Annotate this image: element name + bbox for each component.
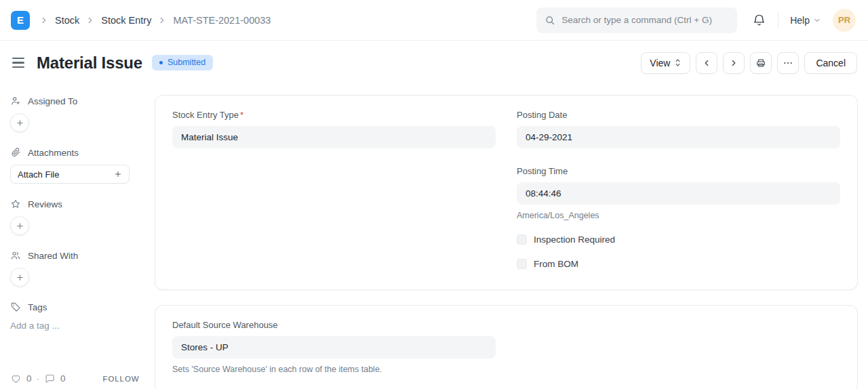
page-title: Material Issue [37,54,142,73]
status-badge-label: Submitted [167,58,205,67]
inspection-required-checkbox[interactable]: Inspection Required [517,234,840,245]
navbar-right: Help PR [752,9,856,32]
breadcrumb-current-doc: MAT-STE-2021-00033 [173,15,271,26]
app-logo-letter: E [17,14,24,26]
like-count[interactable]: 0 [26,373,32,384]
sidebar-toggle-icon[interactable] [11,55,26,70]
shared-with-label: Shared With [28,251,78,261]
view-button[interactable]: View [641,52,690,74]
content: Assigned To Attachments Attach File Revi… [0,85,868,389]
form-column-left: Stock Entry Type* [172,110,496,269]
share-button[interactable] [10,268,29,287]
user-avatar[interactable]: PR [833,9,856,32]
form-body: Stock Entry Type* Posting Date Posting T… [155,85,868,389]
form-section-details: Stock Entry Type* Posting Date Posting T… [155,95,858,290]
inspection-required-label: Inspection Required [534,234,615,245]
tags-label: Tags [28,302,47,312]
default-source-warehouse-field: Default Source Warehouse Sets 'Source Wa… [172,320,496,374]
checkbox-icon [517,259,527,269]
comment-icon[interactable] [44,373,56,384]
plus-icon [114,170,122,178]
divider [778,13,778,28]
menu-ellipsis-button[interactable] [777,52,799,74]
select-arrows-icon [674,58,682,67]
chevron-right-icon [39,16,49,25]
breadcrumb-stock[interactable]: Stock [55,15,79,26]
form-section-warehouse: Default Source Warehouse Sets 'Source Wa… [155,305,858,389]
chevron-right-icon [85,16,95,25]
dot-separator: · [37,373,40,384]
form-sidebar: Assigned To Attachments Attach File Revi… [0,85,155,389]
add-assignment-button[interactable] [10,113,29,132]
shared-with-section: Shared With [10,250,141,261]
tags-section: Tags [10,302,141,312]
printer-icon [755,58,766,68]
page-head: Material Issue Submitted View [0,41,868,85]
reviews-label: Reviews [28,199,62,209]
users-icon [10,250,21,261]
chevron-right-icon [729,58,738,68]
posting-date-label: Posting Date [517,110,840,120]
view-button-label: View [650,58,670,68]
notifications-bell-icon[interactable] [752,13,766,27]
chevron-right-icon [157,16,167,25]
timezone-help-text: America/Los_Angeles [517,211,840,220]
navbar: E Stock Stock Entry MAT-STE-2021-00033 H… [0,0,868,41]
help-label: Help [790,15,810,26]
chevron-left-icon [702,58,711,68]
user-plus-icon [10,96,21,106]
required-asterisk: * [240,110,243,120]
comment-count[interactable]: 0 [60,373,66,384]
add-tag-input[interactable]: Add a tag ... [10,321,141,331]
cancel-button-label: Cancel [816,58,846,68]
default-source-warehouse-input[interactable] [172,336,496,359]
breadcrumb: Stock Stock Entry MAT-STE-2021-00033 [39,15,271,26]
posting-date-input[interactable] [517,126,840,148]
from-bom-checkbox[interactable]: From BOM [517,259,840,269]
search-input[interactable] [561,15,729,25]
follow-button[interactable]: FOLLOW [103,375,140,383]
app-logo[interactable]: E [11,11,30,30]
sidebar-footer: 0 · 0 FOLLOW [10,373,141,384]
checkbox-icon [517,234,527,245]
print-button[interactable] [750,52,772,74]
stock-entry-type-label: Stock Entry Type [172,110,239,120]
posting-time-input[interactable] [517,182,840,205]
ellipsis-icon [783,58,793,68]
attachments-label: Attachments [28,148,79,158]
form-column-right: Posting Date Posting Time America/Los_An… [517,110,840,269]
add-review-button[interactable] [10,216,29,235]
attach-file-label: Attach File [18,169,59,180]
posting-time-field: Posting Time America/Los_Angeles [517,166,840,220]
previous-document-button[interactable] [696,52,717,74]
from-bom-label: From BOM [534,259,578,269]
avatar-initials: PR [838,15,850,25]
posting-date-field: Posting Date [517,110,840,148]
tag-icon [10,302,21,312]
chevron-down-icon [813,16,821,24]
status-dot-icon [159,61,163,64]
heart-icon[interactable] [10,373,22,384]
reviews-section: Reviews [10,199,141,209]
next-document-button[interactable] [723,52,745,74]
search-icon [545,15,555,26]
stock-entry-type-input[interactable] [172,126,496,148]
posting-time-label: Posting Time [517,166,840,176]
cancel-button[interactable]: Cancel [804,52,857,74]
star-icon [10,199,21,209]
default-source-warehouse-label: Default Source Warehouse [172,320,496,330]
paperclip-icon [10,147,21,158]
help-menu[interactable]: Help [790,15,821,26]
global-search[interactable] [536,7,737,33]
form-column-right [517,320,840,374]
warehouse-help-text: Sets 'Source Warehouse' in each row of t… [172,365,496,374]
breadcrumb-stock-entry[interactable]: Stock Entry [101,15,151,26]
attachments-section: Attachments [10,147,141,158]
assigned-to-section: Assigned To [10,96,141,106]
status-badge: Submitted [152,55,213,70]
attach-file-button[interactable]: Attach File [10,165,130,184]
page-actions: View Cancel [641,52,857,74]
assigned-to-label: Assigned To [28,96,77,106]
stock-entry-type-field: Stock Entry Type* [172,110,496,148]
form-column-left: Default Source Warehouse Sets 'Source Wa… [172,320,496,374]
